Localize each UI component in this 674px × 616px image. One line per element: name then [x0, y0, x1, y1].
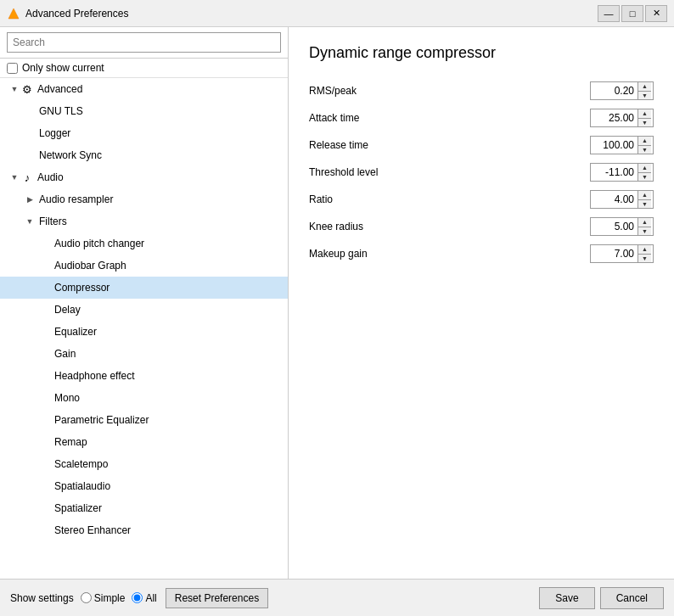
tree-toggle-audiobar-graph — [39, 260, 51, 272]
spin-down-knee-radius[interactable]: ▼ — [638, 227, 651, 236]
spin-value-attack-time[interactable] — [591, 109, 637, 126]
tree-toggle-parametric-equalizer — [39, 414, 51, 426]
tree-item-gnu-tls[interactable]: GNU TLS — [0, 100, 288, 122]
spin-up-rms-peak[interactable]: ▲ — [638, 82, 651, 91]
spin-value-rms-peak[interactable] — [591, 82, 637, 99]
reset-preferences-button[interactable]: Reset Preferences — [166, 588, 268, 608]
tree-toggle-gnu-tls — [24, 105, 36, 117]
spin-up-threshold-level[interactable]: ▲ — [638, 164, 651, 172]
window-title: Advanced Preferences — [25, 8, 598, 20]
tree-item-audiobar-graph[interactable]: Audiobar Graph — [0, 255, 288, 277]
tree-toggle-network-sync — [24, 149, 36, 161]
form-label-makeup-gain: Makeup gain — [309, 248, 590, 260]
form-row-release-time: Release time▲▼ — [309, 133, 654, 157]
spin-input-rms-peak: ▲▼ — [590, 81, 654, 100]
spin-down-threshold-level[interactable]: ▼ — [638, 172, 651, 182]
search-input[interactable] — [7, 32, 281, 53]
spin-buttons-knee-radius: ▲▼ — [637, 218, 651, 235]
tree-item-logger[interactable]: Logger — [0, 122, 288, 144]
tree-item-audio-resampler[interactable]: ▶Audio resampler — [0, 188, 288, 210]
spin-down-attack-time[interactable]: ▼ — [638, 118, 651, 127]
tree-item-advanced[interactable]: ▼⚙Advanced — [0, 78, 288, 100]
tree-toggle-mono — [39, 392, 51, 404]
maximize-button[interactable]: □ — [621, 5, 643, 22]
tree-item-label-headphone-effect: Headphone effect — [54, 370, 135, 382]
only-show-current-label: Only show current — [22, 62, 104, 74]
tree-container: ▼⚙AdvancedGNU TLSLoggerNetwork Sync▼♪Aud… — [0, 78, 288, 579]
spin-down-rms-peak[interactable]: ▼ — [638, 91, 651, 100]
spin-up-attack-time[interactable]: ▲ — [638, 109, 651, 118]
tree-item-icon-audio: ♪ — [20, 171, 34, 184]
tree-toggle-stereo-enhancer — [39, 524, 51, 536]
spin-up-makeup-gain[interactable]: ▲ — [638, 245, 651, 254]
tree-item-compressor[interactable]: Compressor — [0, 277, 288, 299]
spin-input-knee-radius: ▲▼ — [590, 217, 654, 236]
tree-item-remap[interactable]: Remap — [0, 431, 288, 453]
tree-item-audio-pitch-changer[interactable]: Audio pitch changer — [0, 232, 288, 255]
radio-simple-input[interactable] — [81, 592, 92, 603]
spin-value-ratio[interactable] — [591, 191, 637, 208]
spin-down-release-time[interactable]: ▼ — [638, 145, 651, 154]
form-label-threshold-level: Threshold level — [309, 166, 590, 178]
spin-value-threshold-level[interactable] — [591, 164, 637, 181]
spin-up-release-time[interactable]: ▲ — [638, 137, 651, 145]
tree-item-label-parametric-equalizer: Parametric Equalizer — [54, 414, 149, 426]
radio-all-option[interactable]: All — [132, 592, 156, 604]
spin-down-makeup-gain[interactable]: ▼ — [638, 254, 651, 263]
radio-simple-option[interactable]: Simple — [81, 592, 126, 604]
cancel-button[interactable]: Cancel — [600, 587, 664, 609]
spin-buttons-attack-time: ▲▼ — [637, 109, 651, 126]
tree-toggle-advanced[interactable]: ▼ — [8, 83, 20, 95]
tree-item-headphone-effect[interactable]: Headphone effect — [0, 365, 288, 387]
tree-item-parametric-equalizer[interactable]: Parametric Equalizer — [0, 409, 288, 431]
minimize-button[interactable]: — — [598, 5, 620, 22]
spin-value-makeup-gain[interactable] — [591, 245, 637, 262]
tree-item-label-audio-pitch-changer: Audio pitch changer — [54, 238, 144, 249]
tree-item-label-audiobar-graph: Audiobar Graph — [54, 260, 126, 272]
save-button[interactable]: Save — [539, 587, 594, 609]
app-icon — [7, 7, 20, 20]
tree-item-spatialaudio[interactable]: Spatialaudio — [0, 475, 288, 497]
tree-item-network-sync[interactable]: Network Sync — [0, 144, 288, 166]
spin-value-release-time[interactable] — [591, 137, 637, 154]
form-row-makeup-gain: Makeup gain▲▼ — [309, 242, 654, 266]
tree-item-spatializer[interactable]: Spatializer — [0, 497, 288, 519]
tree-item-scaletempo[interactable]: Scaletempo — [0, 453, 288, 475]
tree-item-stereo-enhancer[interactable]: Stereo Enhancer — [0, 519, 288, 541]
tree-item-label-spatializer: Spatializer — [54, 502, 102, 514]
tree-item-label-gnu-tls: GNU TLS — [39, 105, 83, 117]
tree-toggle-audio-resampler[interactable]: ▶ — [24, 193, 36, 205]
spin-buttons-rms-peak: ▲▼ — [637, 82, 651, 99]
bottom-bar: Show settings Simple All Reset Preferenc… — [0, 579, 674, 616]
tree-item-label-filters: Filters — [39, 216, 67, 227]
spin-down-ratio[interactable]: ▼ — [638, 199, 651, 209]
form-row-rms-peak: RMS/peak▲▼ — [309, 79, 654, 103]
spin-input-release-time: ▲▼ — [590, 136, 654, 154]
spin-value-knee-radius[interactable] — [591, 218, 637, 235]
tree-item-label-equalizer: Equalizer — [54, 326, 97, 338]
form-label-ratio: Ratio — [309, 193, 590, 205]
tree-item-label-advanced: Advanced — [37, 83, 82, 95]
form-label-release-time: Release time — [309, 139, 590, 151]
only-show-current-checkbox[interactable] — [7, 63, 18, 74]
close-button[interactable]: ✕ — [645, 5, 667, 22]
tree-item-delay[interactable]: Delay — [0, 299, 288, 321]
panel-title: Dynamic range compressor — [309, 44, 654, 62]
tree-item-equalizer[interactable]: Equalizer — [0, 321, 288, 343]
tree-item-label-compressor: Compressor — [54, 282, 110, 294]
form-label-knee-radius: Knee radius — [309, 221, 590, 232]
spin-up-ratio[interactable]: ▲ — [638, 191, 651, 199]
tree-item-mono[interactable]: Mono — [0, 387, 288, 409]
tree-item-label-scaletempo: Scaletempo — [54, 458, 108, 470]
spin-up-knee-radius[interactable]: ▲ — [638, 218, 651, 227]
tree-item-filters[interactable]: ▼Filters — [0, 210, 288, 232]
tree-item-audio[interactable]: ▼♪Audio — [0, 166, 288, 188]
tree-item-gain[interactable]: Gain — [0, 343, 288, 365]
form-label-rms-peak: RMS/peak — [309, 85, 590, 97]
tree-item-label-audio: Audio — [37, 171, 64, 183]
radio-all-input[interactable] — [132, 592, 143, 603]
tree-toggle-filters[interactable]: ▼ — [24, 216, 36, 227]
tree-toggle-spatialaudio — [39, 480, 51, 492]
spin-input-threshold-level: ▲▼ — [590, 163, 654, 182]
tree-toggle-audio[interactable]: ▼ — [8, 171, 20, 183]
